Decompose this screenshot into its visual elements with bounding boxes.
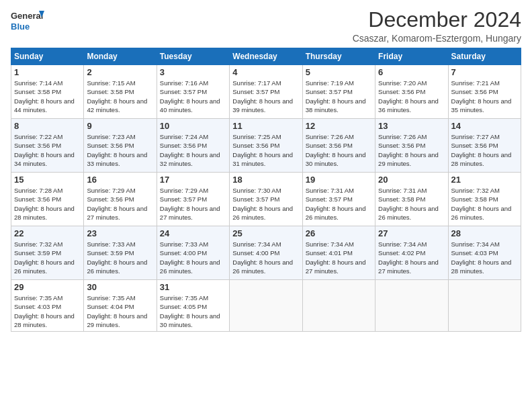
- month-title: December 2024: [353, 8, 521, 32]
- week-row-2: 8Sunrise: 7:22 AM Sunset: 3:56 PM Daylig…: [11, 119, 521, 173]
- day-number: 24: [160, 228, 226, 238]
- day-number: 17: [160, 175, 226, 185]
- day-info: Sunrise: 7:28 AM Sunset: 3:56 PM Dayligh…: [14, 186, 81, 222]
- day-number: 7: [451, 67, 518, 77]
- calendar-cell: [302, 280, 375, 332]
- calendar-table: SundayMondayTuesdayWednesdayThursdayFrid…: [11, 48, 521, 332]
- calendar-cell: 28Sunrise: 7:34 AM Sunset: 4:03 PM Dayli…: [448, 226, 521, 280]
- day-info: Sunrise: 7:32 AM Sunset: 3:59 PM Dayligh…: [14, 240, 81, 275]
- day-number: 16: [87, 175, 153, 185]
- day-number: 28: [451, 228, 518, 238]
- day-info: Sunrise: 7:35 AM Sunset: 4:03 PM Dayligh…: [14, 293, 81, 329]
- day-number: 30: [87, 282, 153, 292]
- day-number: 22: [14, 228, 81, 238]
- day-info: Sunrise: 7:35 AM Sunset: 4:04 PM Dayligh…: [87, 293, 153, 329]
- day-info: Sunrise: 7:22 AM Sunset: 3:56 PM Dayligh…: [14, 132, 81, 168]
- day-number: 31: [160, 282, 226, 292]
- calendar-cell: 25Sunrise: 7:34 AM Sunset: 4:00 PM Dayli…: [230, 226, 302, 280]
- title-block: December 2024 Csaszar, Komarom-Esztergom…: [353, 8, 521, 44]
- day-info: Sunrise: 7:23 AM Sunset: 3:56 PM Dayligh…: [87, 132, 153, 168]
- calendar-cell: 8Sunrise: 7:22 AM Sunset: 3:56 PM Daylig…: [11, 119, 84, 173]
- calendar-cell: 24Sunrise: 7:33 AM Sunset: 4:00 PM Dayli…: [157, 226, 229, 280]
- day-number: 23: [87, 228, 153, 238]
- svg-text:General: General: [11, 11, 43, 21]
- calendar-cell: 13Sunrise: 7:26 AM Sunset: 3:56 PM Dayli…: [375, 119, 448, 173]
- day-info: Sunrise: 7:14 AM Sunset: 3:58 PM Dayligh…: [14, 79, 81, 114]
- day-number: 10: [160, 121, 226, 131]
- calendar-cell: 17Sunrise: 7:29 AM Sunset: 3:57 PM Dayli…: [157, 173, 229, 226]
- day-number: 6: [378, 67, 445, 77]
- day-info: Sunrise: 7:26 AM Sunset: 3:56 PM Dayligh…: [378, 132, 445, 168]
- calendar-cell: 19Sunrise: 7:31 AM Sunset: 3:57 PM Dayli…: [302, 173, 375, 226]
- calendar-cell: 6Sunrise: 7:20 AM Sunset: 3:56 PM Daylig…: [375, 65, 448, 119]
- day-info: Sunrise: 7:16 AM Sunset: 3:57 PM Dayligh…: [160, 79, 226, 114]
- calendar-cell: [375, 280, 448, 332]
- day-number: 2: [87, 67, 153, 77]
- day-info: Sunrise: 7:25 AM Sunset: 3:56 PM Dayligh…: [232, 132, 299, 168]
- header: General Blue December 2024 Csaszar, Koma…: [11, 8, 521, 44]
- calendar-cell: 15Sunrise: 7:28 AM Sunset: 3:56 PM Dayli…: [11, 173, 84, 226]
- day-info: Sunrise: 7:34 AM Sunset: 4:03 PM Dayligh…: [451, 240, 518, 275]
- calendar-cell: 16Sunrise: 7:29 AM Sunset: 3:56 PM Dayli…: [84, 173, 157, 226]
- calendar-cell: 12Sunrise: 7:26 AM Sunset: 3:56 PM Dayli…: [302, 119, 375, 173]
- day-number: 3: [160, 67, 226, 77]
- logo-svg: General Blue: [11, 8, 44, 34]
- calendar-cell: 11Sunrise: 7:25 AM Sunset: 3:56 PM Dayli…: [230, 119, 302, 173]
- day-info: Sunrise: 7:29 AM Sunset: 3:57 PM Dayligh…: [160, 186, 226, 222]
- day-number: 11: [232, 121, 299, 131]
- calendar-cell: 18Sunrise: 7:30 AM Sunset: 3:57 PM Dayli…: [230, 173, 302, 226]
- calendar-cell: 23Sunrise: 7:33 AM Sunset: 3:59 PM Dayli…: [84, 226, 157, 280]
- calendar-cell: 21Sunrise: 7:32 AM Sunset: 3:58 PM Dayli…: [448, 173, 521, 226]
- day-info: Sunrise: 7:26 AM Sunset: 3:56 PM Dayligh…: [306, 132, 372, 168]
- calendar-cell: 7Sunrise: 7:21 AM Sunset: 3:56 PM Daylig…: [448, 65, 521, 119]
- day-info: Sunrise: 7:15 AM Sunset: 3:58 PM Dayligh…: [87, 79, 153, 114]
- col-header-friday: Friday: [375, 48, 448, 65]
- day-info: Sunrise: 7:20 AM Sunset: 3:56 PM Dayligh…: [378, 79, 445, 114]
- day-number: 14: [451, 121, 518, 131]
- day-info: Sunrise: 7:17 AM Sunset: 3:57 PM Dayligh…: [232, 79, 299, 114]
- day-number: 15: [14, 175, 81, 185]
- calendar-cell: 5Sunrise: 7:19 AM Sunset: 3:57 PM Daylig…: [302, 65, 375, 119]
- day-info: Sunrise: 7:19 AM Sunset: 3:57 PM Dayligh…: [306, 79, 372, 114]
- calendar-cell: 31Sunrise: 7:35 AM Sunset: 4:05 PM Dayli…: [157, 280, 229, 332]
- day-info: Sunrise: 7:24 AM Sunset: 3:56 PM Dayligh…: [160, 132, 226, 168]
- calendar-cell: [448, 280, 521, 332]
- day-info: Sunrise: 7:34 AM Sunset: 4:02 PM Dayligh…: [378, 240, 445, 275]
- calendar-cell: 9Sunrise: 7:23 AM Sunset: 3:56 PM Daylig…: [84, 119, 157, 173]
- day-number: 25: [232, 228, 299, 238]
- day-number: 27: [378, 228, 445, 238]
- day-number: 18: [232, 175, 299, 185]
- logo: General Blue: [11, 8, 44, 34]
- day-number: 26: [306, 228, 372, 238]
- calendar-cell: 20Sunrise: 7:31 AM Sunset: 3:58 PM Dayli…: [375, 173, 448, 226]
- calendar-cell: [230, 280, 302, 332]
- location-subtitle: Csaszar, Komarom-Esztergom, Hungary: [353, 33, 521, 44]
- calendar-cell: 14Sunrise: 7:27 AM Sunset: 3:56 PM Dayli…: [448, 119, 521, 173]
- calendar-cell: 3Sunrise: 7:16 AM Sunset: 3:57 PM Daylig…: [157, 65, 229, 119]
- day-number: 4: [232, 67, 299, 77]
- day-info: Sunrise: 7:29 AM Sunset: 3:56 PM Dayligh…: [87, 186, 153, 222]
- day-info: Sunrise: 7:32 AM Sunset: 3:58 PM Dayligh…: [451, 186, 518, 222]
- day-number: 12: [306, 121, 372, 131]
- calendar-cell: 1Sunrise: 7:14 AM Sunset: 3:58 PM Daylig…: [11, 65, 84, 119]
- day-number: 8: [14, 121, 81, 131]
- col-header-tuesday: Tuesday: [157, 48, 229, 65]
- calendar-cell: 26Sunrise: 7:34 AM Sunset: 4:01 PM Dayli…: [302, 226, 375, 280]
- day-info: Sunrise: 7:33 AM Sunset: 3:59 PM Dayligh…: [87, 240, 153, 275]
- day-info: Sunrise: 7:31 AM Sunset: 3:57 PM Dayligh…: [306, 186, 372, 222]
- day-number: 29: [14, 282, 81, 292]
- header-row: SundayMondayTuesdayWednesdayThursdayFrid…: [11, 48, 521, 65]
- calendar-cell: 2Sunrise: 7:15 AM Sunset: 3:58 PM Daylig…: [84, 65, 157, 119]
- calendar-cell: 30Sunrise: 7:35 AM Sunset: 4:04 PM Dayli…: [84, 280, 157, 332]
- day-number: 19: [306, 175, 372, 185]
- day-number: 5: [306, 67, 372, 77]
- day-info: Sunrise: 7:21 AM Sunset: 3:56 PM Dayligh…: [451, 79, 518, 114]
- col-header-wednesday: Wednesday: [230, 48, 302, 65]
- day-info: Sunrise: 7:34 AM Sunset: 4:01 PM Dayligh…: [306, 240, 372, 275]
- main-container: General Blue December 2024 Csaszar, Koma…: [0, 0, 532, 337]
- week-row-5: 29Sunrise: 7:35 AM Sunset: 4:03 PM Dayli…: [11, 280, 521, 332]
- calendar-cell: 4Sunrise: 7:17 AM Sunset: 3:57 PM Daylig…: [230, 65, 302, 119]
- col-header-sunday: Sunday: [11, 48, 84, 65]
- day-number: 21: [451, 175, 518, 185]
- day-number: 13: [378, 121, 445, 131]
